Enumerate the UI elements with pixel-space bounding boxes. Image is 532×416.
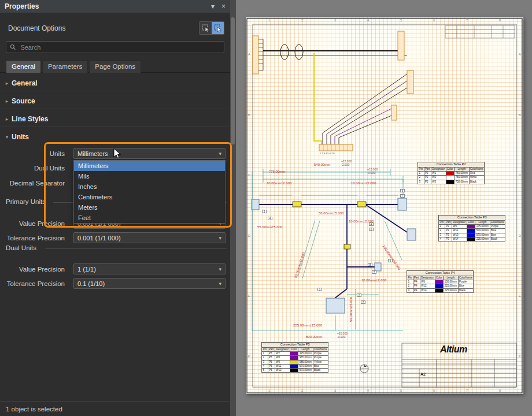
pin-callout: 7 bbox=[400, 194, 405, 198]
selection-filter-button[interactable] bbox=[200, 22, 212, 34]
connector-p2[interactable] bbox=[398, 31, 404, 60]
table-cell: 5 bbox=[262, 369, 268, 373]
connector-p5[interactable] bbox=[319, 144, 353, 151]
table-cell: W5 bbox=[452, 224, 467, 228]
pin-callout: 3 bbox=[262, 210, 267, 213]
dropdown-option-meters[interactable]: Meters bbox=[74, 202, 225, 213]
table-cell: W1 bbox=[431, 171, 446, 175]
search-input[interactable] bbox=[19, 43, 220, 51]
table-header: Pin bbox=[418, 167, 424, 171]
table-header: Designator bbox=[431, 167, 446, 171]
units-dropdown[interactable]: Millimeters ▾ bbox=[73, 148, 226, 159]
color-swatch bbox=[290, 351, 298, 355]
zone-label: A bbox=[248, 53, 250, 57]
dimension-label: 55.00mm±5.000 bbox=[257, 225, 282, 229]
zone-label: D bbox=[519, 235, 521, 238]
section-units[interactable]: ▾ Units bbox=[0, 129, 230, 144]
chevron-down-icon: ▾ bbox=[219, 266, 221, 272]
dimension-label: 10.00mm±2.000 bbox=[361, 278, 386, 282]
table-cell: Purple bbox=[490, 224, 505, 228]
zone-label: E bbox=[519, 295, 521, 298]
primary-units-header: Primary Units bbox=[6, 198, 46, 205]
section-arrow-icon: ▾ bbox=[3, 134, 10, 140]
tab-bar: GeneralParametersPage Options bbox=[6, 60, 141, 73]
splice-node[interactable] bbox=[357, 202, 366, 207]
close-icon[interactable]: × bbox=[221, 0, 226, 13]
zone-label: E bbox=[248, 295, 250, 298]
harness-connector[interactable] bbox=[407, 229, 416, 240]
status-text: 1 object is selected bbox=[6, 406, 62, 413]
draftsman-sheet[interactable]: 1122334455667788AABBCCDDEEFF 540.00mm+15… bbox=[246, 17, 523, 394]
color-swatch bbox=[467, 233, 475, 237]
scrollbar-thumb[interactable] bbox=[231, 17, 235, 144]
panel-scrollbar[interactable] bbox=[230, 0, 236, 416]
table-cell: P3 bbox=[445, 237, 452, 241]
table-header: Color bbox=[435, 276, 444, 280]
object-select-button[interactable] bbox=[212, 22, 224, 34]
table-header: Pin bbox=[439, 220, 445, 224]
zone-label: 4 bbox=[367, 389, 369, 393]
connector-p4[interactable] bbox=[391, 105, 397, 120]
dropdown-option-centimeters[interactable]: Centimeters bbox=[74, 192, 225, 202]
panel-titlebar[interactable]: Properties ▾ × bbox=[0, 0, 230, 13]
section-source[interactable]: ▸ Source bbox=[0, 94, 230, 109]
table-row: 4P3W14225.00mmBlack bbox=[439, 237, 505, 241]
harness-connector[interactable] bbox=[398, 198, 407, 210]
splice-node[interactable] bbox=[344, 244, 350, 249]
color-swatch bbox=[290, 369, 298, 373]
zone-label: 6 bbox=[433, 19, 435, 23]
zone-label: F bbox=[519, 355, 520, 359]
pin-callout: 7 bbox=[372, 270, 376, 274]
table-cell: 2 bbox=[407, 284, 413, 288]
zone-label: 3 bbox=[334, 389, 336, 393]
zone-label: 1 bbox=[268, 389, 270, 393]
table-cell: W11 bbox=[275, 364, 290, 368]
zone-label: 7 bbox=[466, 19, 468, 23]
pin-callout: 7 bbox=[361, 300, 365, 304]
dropdown-option-feet[interactable]: Feet bbox=[74, 213, 225, 223]
harness-connector[interactable] bbox=[252, 199, 259, 210]
panel-menu-icon[interactable]: ▾ bbox=[211, 0, 215, 13]
splice-node[interactable] bbox=[293, 202, 301, 207]
table-cell: 4 bbox=[262, 364, 268, 368]
table-cell: 570.00mm bbox=[298, 364, 313, 368]
table-cell: 2 bbox=[439, 229, 445, 233]
dual-value-precision-dropdown[interactable]: 1 (1/1) ▾ bbox=[73, 263, 226, 274]
table-row: 1P5W7335.00mmPurple bbox=[262, 351, 328, 355]
table-cell: P5 bbox=[268, 351, 275, 355]
connector-p3[interactable] bbox=[407, 70, 413, 94]
color-swatch bbox=[467, 237, 475, 241]
dropdown-option-millimeters[interactable]: Millimeters bbox=[74, 161, 225, 171]
table-header: ColorName bbox=[313, 347, 328, 351]
section-label: Line Styles bbox=[12, 115, 48, 123]
chevron-down-icon: ▾ bbox=[219, 235, 221, 241]
harness-connector[interactable] bbox=[375, 263, 381, 271]
pin-callout: 6 bbox=[369, 228, 374, 231]
dropdown-option-mils[interactable]: Mils bbox=[74, 171, 225, 181]
dropdown-option-inches[interactable]: Inches bbox=[74, 181, 225, 192]
harness-connector[interactable] bbox=[326, 298, 345, 313]
tab-page-options[interactable]: Page Options bbox=[89, 60, 141, 73]
connector-p1[interactable] bbox=[253, 36, 263, 74]
zone-label: C bbox=[519, 174, 521, 177]
tab-parameters[interactable]: Parameters bbox=[42, 60, 88, 73]
table-cell: W7 bbox=[275, 351, 290, 355]
section-general[interactable]: ▸ General bbox=[0, 76, 230, 91]
dimension-label: -0.000 bbox=[337, 336, 345, 339]
pin-callout: 5 bbox=[400, 189, 405, 192]
connection-table-title: Connection Table P3 bbox=[438, 215, 505, 220]
zone-label: B bbox=[248, 114, 250, 117]
zone-label: D bbox=[248, 235, 250, 238]
table-cell: 4 bbox=[439, 237, 445, 241]
tab-general[interactable]: General bbox=[6, 60, 41, 73]
wire-yellow[interactable] bbox=[314, 53, 322, 144]
pin-callout: 6 bbox=[388, 259, 393, 262]
tolerance-precision-dropdown[interactable]: 0.001 (1/1 000) ▾ bbox=[73, 232, 226, 243]
table-header: ColorName bbox=[469, 167, 485, 171]
zone-label: 8 bbox=[499, 19, 501, 23]
units-dropdown-list: MillimetersMilsInchesCentimetersMetersFe… bbox=[73, 160, 226, 224]
table-cell: 3 bbox=[262, 360, 268, 364]
table-header: Color bbox=[290, 347, 298, 351]
dual-tolerance-precision-dropdown[interactable]: 0.1 (1/10) ▾ bbox=[73, 278, 226, 289]
section-line-styles[interactable]: ▸ Line Styles bbox=[0, 112, 230, 127]
